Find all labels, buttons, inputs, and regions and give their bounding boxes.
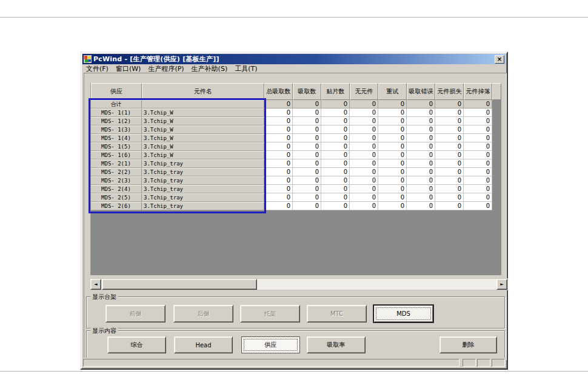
front-side-button[interactable]: 前侧 (105, 305, 165, 322)
menu-item-2[interactable]: 生产程序(P) (144, 64, 187, 73)
table-row[interactable]: MDS- 2(4)3.Tchip_tray00000000 (91, 185, 501, 193)
close-icon[interactable]: × (495, 55, 504, 64)
overall-button[interactable]: 综合 (107, 336, 166, 353)
supply-cell: MDS- 1(6) (91, 151, 142, 159)
value-cell: 0 (407, 159, 435, 168)
menu-item-1[interactable]: 窗口(W) (112, 64, 144, 73)
pickup-rate-button[interactable]: 吸取率 (307, 336, 366, 353)
menu-item-3[interactable]: 生产补助(S) (188, 64, 232, 73)
value-cell: 0 (264, 151, 293, 159)
value-cell: 0 (264, 134, 293, 142)
row-filler (492, 202, 501, 210)
value-cell: 0 (321, 109, 350, 117)
value-cell: 0 (378, 151, 407, 159)
value-cell: 0 (378, 168, 407, 176)
table-row[interactable]: MDS- 1(6)3.Tchip_W00000000 (91, 151, 501, 159)
statusbar-panel (463, 359, 476, 367)
value-cell: 0 (464, 109, 492, 117)
mtc-button[interactable]: MTC (307, 305, 367, 322)
value-cell: 0 (435, 142, 464, 151)
row-filler (492, 117, 501, 125)
menu-item-0[interactable]: 文件(F) (82, 64, 112, 73)
value-cell: 0 (350, 100, 378, 109)
table-row[interactable]: MDS- 1(1)3.Tchip_W00000000 (91, 109, 501, 117)
value-cell: 0 (407, 100, 435, 109)
value-cell: 0 (464, 193, 492, 202)
value-cell: 0 (435, 151, 464, 159)
table-row[interactable]: 合计00000000 (91, 100, 501, 109)
value-cell: 0 (321, 159, 350, 168)
value-cell: 0 (321, 125, 350, 134)
value-cell: 0 (264, 176, 293, 185)
column-header: 无元件 (350, 83, 378, 100)
table-row[interactable]: MDS- 1(4)3.Tchip_W00000000 (91, 134, 501, 142)
row-filler (492, 100, 501, 109)
component-cell: 3.Tchip_W (142, 125, 264, 134)
row-filler (492, 159, 501, 168)
supply-button[interactable]: 供应 (241, 336, 300, 353)
component-cell: 3.Tchip_W (142, 142, 264, 151)
table-row[interactable]: MDS- 2(5)3.Tchip_tray00000000 (91, 193, 501, 202)
table-row[interactable]: MDS- 2(1)3.Tchip_tray00000000 (91, 159, 501, 168)
value-cell: 0 (435, 134, 464, 142)
value-cell: 0 (435, 202, 464, 210)
scroll-right-icon[interactable]: ► (496, 279, 507, 290)
supply-cell: MDS- 1(1) (91, 109, 142, 117)
delete-button[interactable]: 删除 (439, 336, 497, 353)
column-header: 元件损失 (435, 83, 464, 100)
value-cell: 0 (407, 185, 435, 193)
value-cell: 0 (407, 109, 435, 117)
delete-button-label: 删除 (463, 341, 475, 349)
head-button[interactable]: Head (174, 336, 233, 353)
scroll-left-icon[interactable]: ◄ (90, 279, 101, 290)
value-cell: 0 (435, 117, 464, 125)
horizontal-scrollbar[interactable]: ◄ ► (90, 278, 508, 290)
supply-cell: MDS- 2(4) (91, 185, 142, 193)
title-bar[interactable]: PcWind - [生产管理(供应) [基板生产]] × (82, 54, 506, 64)
scrollbar-thumb[interactable] (102, 279, 257, 290)
value-cell: 0 (264, 159, 293, 168)
statusbar-panel (83, 359, 459, 367)
value-cell: 0 (321, 100, 350, 109)
value-cell: 0 (378, 117, 407, 125)
row-filler (492, 185, 501, 193)
value-cell: 0 (293, 134, 321, 142)
value-cell: 0 (264, 202, 293, 210)
value-cell: 0 (293, 193, 321, 202)
row-filler (492, 142, 501, 151)
supply-cell: MDS- 2(1) (91, 159, 142, 168)
table-row[interactable]: MDS- 2(2)3.Tchip_tray00000000 (91, 168, 501, 176)
rear-side-button[interactable]: 后侧 (173, 305, 233, 322)
value-cell: 0 (464, 117, 492, 125)
value-cell: 0 (321, 151, 350, 159)
table-row[interactable]: MDS- 2(6)3.Tchip_tray00000000 (91, 202, 501, 210)
value-cell: 0 (321, 117, 350, 125)
table-row[interactable]: MDS- 1(5)3.Tchip_W00000000 (91, 142, 501, 151)
data-table: 供应元件名总吸取数吸取数贴片数无元件重试吸取错误元件损失元件掉落合计000000… (90, 83, 501, 275)
value-cell: 0 (435, 100, 464, 109)
component-cell: 3.Tchip_tray (142, 202, 264, 210)
table-row[interactable]: MDS- 2(3)3.Tchip_tray00000000 (91, 176, 501, 185)
table-row[interactable]: MDS- 1(3)3.Tchip_W00000000 (91, 125, 501, 134)
value-cell: 0 (378, 176, 407, 185)
rear-side-button-label: 后侧 (198, 310, 210, 318)
value-cell: 0 (264, 109, 293, 117)
value-cell: 0 (350, 202, 378, 210)
table-row[interactable]: MDS- 1(2)3.Tchip_W00000000 (91, 117, 501, 125)
row-filler (492, 125, 501, 134)
supply-cell: MDS- 1(4) (91, 134, 142, 142)
column-header: 元件掉落 (464, 83, 492, 100)
mds-button[interactable]: MDS (373, 305, 433, 322)
component-cell (142, 100, 264, 109)
value-cell: 0 (264, 168, 293, 176)
bracket-button[interactable]: 托架 (240, 305, 300, 322)
display-content-group: 显示内容 综合Head供应吸取率删除 (86, 330, 505, 359)
component-cell: 3.Tchip_W (142, 134, 264, 142)
page-border-top (0, 17, 588, 18)
value-cell: 0 (407, 193, 435, 202)
menu-item-4[interactable]: 工具(T) (231, 64, 261, 73)
front-side-button-label: 前侧 (130, 310, 142, 318)
value-cell: 0 (378, 202, 407, 210)
value-cell: 0 (435, 185, 464, 193)
value-cell: 0 (350, 117, 378, 125)
